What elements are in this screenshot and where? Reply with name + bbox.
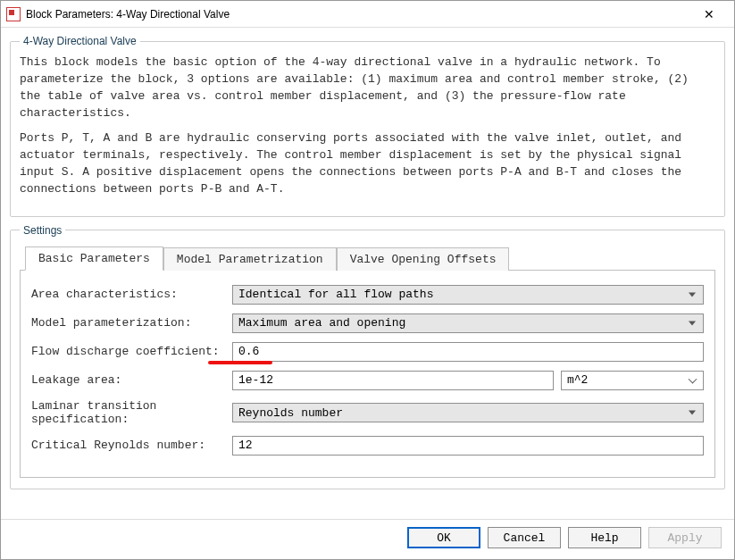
select-value: m^2	[567, 373, 588, 387]
select-leakage-unit[interactable]: m^2	[561, 371, 704, 390]
input-flow-discharge-coefficient[interactable]: 0.6	[232, 342, 704, 362]
window-title: Block Parameters: 4-Way Directional Valv…	[26, 8, 691, 21]
help-button[interactable]: Help	[568, 527, 641, 548]
label-model-parameterization: Model parameterization:	[31, 316, 232, 330]
row-flow-discharge-coefficient: Flow discharge coefficient: 0.6	[31, 342, 704, 362]
annotation-underline	[208, 361, 272, 364]
button-bar: OK Cancel Help Apply	[1, 519, 734, 559]
label-critical-reynolds-number: Critical Reynolds number:	[31, 439, 232, 453]
titlebar: Block Parameters: 4-Way Directional Valv…	[1, 1, 734, 28]
input-value: 0.6	[238, 345, 259, 358]
select-model-parameterization[interactable]: Maximum area and opening	[232, 313, 704, 333]
label-flow-discharge-coefficient: Flow discharge coefficient:	[31, 345, 232, 359]
description-paragraph-1: This block models the basic option of th…	[20, 54, 715, 121]
select-value: Identical for all flow paths	[238, 288, 433, 301]
row-laminar-transition-specification: Laminar transition specification: Reynol…	[31, 399, 704, 427]
row-area-characteristics: Area characteristics: Identical for all …	[31, 285, 704, 305]
ok-button[interactable]: OK	[407, 527, 480, 548]
select-value: Maximum area and opening	[238, 316, 405, 330]
tab-strip: Basic Parameters Model Parametrization V…	[20, 246, 715, 270]
select-area-characteristics[interactable]: Identical for all flow paths	[232, 285, 704, 305]
row-leakage-area: Leakage area: 1e-12 m^2	[31, 371, 704, 390]
description-legend: 4-Way Directional Valve	[20, 35, 140, 47]
row-model-parameterization: Model parameterization: Maximum area and…	[31, 313, 704, 333]
description-group: 4-Way Directional Valve This block model…	[10, 35, 725, 217]
close-icon: ✕	[704, 7, 714, 21]
input-critical-reynolds-number[interactable]: 12	[232, 436, 704, 456]
label-area-characteristics: Area characteristics:	[31, 288, 232, 302]
input-value: 12	[238, 439, 253, 452]
row-critical-reynolds-number: Critical Reynolds number: 12	[31, 436, 704, 456]
label-leakage-area: Leakage area:	[31, 373, 232, 388]
tab-panel-basic-parameters: Area characteristics: Identical for all …	[20, 270, 715, 478]
apply-button[interactable]: Apply	[648, 527, 722, 548]
settings-group: Settings Basic Parameters Model Parametr…	[10, 224, 725, 489]
tab-model-parametrization[interactable]: Model Parametrization	[163, 247, 337, 271]
tab-basic-parameters[interactable]: Basic Parameters	[25, 247, 163, 271]
close-button[interactable]: ✕	[691, 2, 727, 27]
select-value: Reynolds number	[238, 406, 343, 420]
input-leakage-area[interactable]: 1e-12	[232, 371, 554, 390]
content-area: 4-Way Directional Valve This block model…	[1, 28, 734, 519]
label-laminar-transition-specification: Laminar transition specification:	[31, 399, 232, 427]
select-laminar-transition-specification[interactable]: Reynolds number	[232, 403, 704, 422]
description-paragraph-2: Ports P, T, A and B are hydraulic conser…	[20, 130, 715, 197]
tab-valve-opening-offsets[interactable]: Valve Opening Offsets	[337, 247, 510, 271]
settings-legend: Settings	[20, 224, 65, 237]
cancel-button[interactable]: Cancel	[488, 527, 561, 548]
input-value: 1e-12	[238, 373, 273, 387]
app-icon	[6, 7, 21, 21]
dialog-window: Block Parameters: 4-Way Directional Valv…	[0, 0, 735, 560]
